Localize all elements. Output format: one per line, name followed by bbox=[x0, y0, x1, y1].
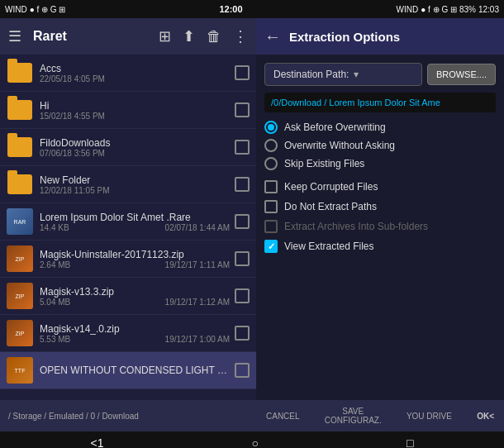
file-checkbox[interactable] bbox=[235, 251, 250, 266]
browse-button[interactable]: BROWSE.... bbox=[427, 64, 496, 85]
file-date: 19/12/17 1:12 AM bbox=[165, 298, 230, 307]
file-checkbox[interactable] bbox=[235, 140, 250, 155]
checkbox-view-extracted-label: View Extracted Files bbox=[284, 241, 374, 252]
path-text: / Storage / Emulated / 0 / Download bbox=[8, 412, 139, 421]
overwrite-options-group: Ask Before Overwriting Overwrite Without… bbox=[264, 121, 496, 170]
nav-bar: <1 ○ □ bbox=[0, 431, 504, 448]
file-meta: 12/02/18 11:05 PM bbox=[40, 186, 230, 195]
grid-view-icon[interactable]: ⊞ bbox=[159, 27, 171, 45]
file-checkbox[interactable] bbox=[235, 177, 250, 192]
checkbox-no-paths-label: Do Not Extract Paths bbox=[284, 201, 377, 212]
file-checkbox[interactable] bbox=[235, 214, 250, 229]
left-toolbar: ☰ Raret ⊞ ⬆ 🗑 ⋮ bbox=[0, 18, 256, 55]
file-size: 5.04 MB bbox=[40, 298, 70, 307]
radio-overwrite-label: Overwrite Without Asking bbox=[284, 140, 395, 151]
list-item[interactable]: TTF OPEN WITHOUT CONDENSED LIGHT FONT BY bbox=[0, 352, 256, 389]
status-app-right: WIND bbox=[397, 5, 419, 14]
more-icon[interactable]: ⋮ bbox=[233, 27, 248, 45]
checkbox-corrupted-label: Keep Corrupted Files bbox=[284, 181, 378, 193]
cancel-label: CANCEL bbox=[266, 412, 300, 421]
extraction-content: Destination Path: ▾ BROWSE.... /0/Downlo… bbox=[256, 55, 504, 400]
ok-button[interactable]: OK< bbox=[472, 408, 499, 424]
file-checkbox[interactable] bbox=[235, 288, 250, 303]
list-item[interactable]: New Folder 12/02/18 11:05 PM bbox=[0, 166, 256, 203]
file-meta: 22/05/18 4:05 PM bbox=[40, 74, 230, 83]
file-size: 2.64 MB bbox=[40, 260, 70, 269]
folder-icon bbox=[7, 97, 33, 123]
nav-home-button[interactable]: ○ bbox=[235, 435, 275, 448]
list-item[interactable]: FildoDownloads 07/06/18 3:56 PM bbox=[0, 129, 256, 166]
current-path-display: /0/Download / Lorem Ipsum Dolor Sit Ame bbox=[264, 93, 496, 112]
right-toolbar: ← Extraction Options bbox=[256, 18, 504, 55]
file-info: New Folder 12/02/18 11:05 PM bbox=[40, 174, 230, 195]
file-list[interactable]: Accs 22/05/18 4:05 PM Hi 15/02/18 4:55 P… bbox=[0, 55, 256, 400]
folder-icon bbox=[7, 171, 33, 198]
bottom-bar: / Storage / Emulated / 0 / Download CANC… bbox=[0, 400, 504, 431]
file-date: 19/12/17 1:11 AM bbox=[165, 260, 230, 269]
upload-icon[interactable]: ⬆ bbox=[183, 27, 195, 45]
list-item[interactable]: ZIP Magisk-Uninstaller-20171123.zip 2.64… bbox=[0, 241, 256, 278]
status-icons-left: ● f ⊕ G ⊞ bbox=[30, 5, 66, 14]
file-checkbox[interactable] bbox=[235, 363, 250, 378]
chevron-down-icon: ▾ bbox=[354, 69, 359, 80]
file-name: FildoDownloads bbox=[40, 137, 230, 149]
zip-file-icon: ZIP bbox=[7, 320, 33, 346]
checkbox-options-group: Keep Corrupted Files Do Not Extract Path… bbox=[264, 180, 496, 253]
file-meta: 14.4 KB 02/07/18 1:44 AM bbox=[40, 223, 230, 232]
file-name: Accs bbox=[40, 63, 230, 74]
file-info: FildoDownloads 07/06/18 3:56 PM bbox=[40, 137, 230, 158]
back-button[interactable]: ← bbox=[264, 27, 281, 46]
you-drive-button[interactable]: YOU DRIVE bbox=[402, 408, 457, 424]
menu-icon[interactable]: ☰ bbox=[8, 27, 21, 45]
file-info: Magisk-v13.3.zip 5.04 MB 19/12/17 1:12 A… bbox=[40, 286, 230, 307]
destination-path-button[interactable]: Destination Path: ▾ bbox=[264, 63, 422, 86]
radio-item-ask[interactable]: Ask Before Overwriting bbox=[264, 121, 496, 134]
cancel-button[interactable]: CANCEL bbox=[261, 408, 305, 424]
file-checkbox[interactable] bbox=[235, 102, 250, 117]
list-item[interactable]: ZIP Magisk-v13.3.zip 5.04 MB 19/12/17 1:… bbox=[0, 278, 256, 315]
delete-icon[interactable]: 🗑 bbox=[207, 28, 221, 45]
status-time-left: 12:00 bbox=[219, 4, 242, 14]
save-label: SAVE bbox=[325, 407, 382, 416]
file-info: Magisk-Uninstaller-20171123.zip 2.64 MB … bbox=[40, 249, 230, 269]
nav-recent-button[interactable]: □ bbox=[390, 435, 430, 448]
file-date: 07/06/18 3:56 PM bbox=[40, 149, 105, 158]
status-right: WIND ● f ⊕ G ⊞ 83% 12:03 bbox=[397, 5, 499, 14]
file-meta: 15/02/18 4:55 PM bbox=[40, 112, 230, 121]
zip-file-icon: ZIP bbox=[7, 245, 33, 272]
radio-skip-label: Skip Existing Files bbox=[284, 158, 364, 169]
file-name: Magisk-v14_.0.zip bbox=[40, 323, 230, 335]
list-item[interactable]: Hi 15/02/18 4:55 PM bbox=[0, 92, 256, 129]
file-size: 5.53 MB bbox=[40, 335, 70, 344]
checkbox-item-view-extracted[interactable]: View Extracted Files bbox=[264, 240, 496, 253]
destination-path-row: Destination Path: ▾ BROWSE.... bbox=[264, 63, 496, 86]
main-container: ☰ Raret ⊞ ⬆ 🗑 ⋮ Accs 22/05/18 4:05 PM bbox=[0, 18, 504, 400]
folder-icon bbox=[7, 134, 33, 160]
status-time-right: 12:03 bbox=[478, 5, 499, 14]
status-left: WIND ● f ⊕ G ⊞ bbox=[5, 5, 65, 14]
file-name: OPEN WITHOUT CONDENSED LIGHT FONT BY bbox=[40, 365, 230, 376]
file-date: 19/12/17 1:00 AM bbox=[165, 335, 230, 344]
radio-item-overwrite[interactable]: Overwrite Without Asking bbox=[264, 139, 496, 152]
checkbox-sub-folders-label: Extract Archives Into Sub-folders bbox=[284, 221, 428, 232]
checkbox-no-paths-indicator bbox=[264, 200, 278, 213]
checkbox-item-corrupted[interactable]: Keep Corrupted Files bbox=[264, 180, 496, 193]
file-info: Magisk-v14_.0.zip 5.53 MB 19/12/17 1:00 … bbox=[40, 323, 230, 344]
list-item[interactable]: ZIP Magisk-v14_.0.zip 5.53 MB 19/12/17 1… bbox=[0, 315, 256, 352]
checkbox-corrupted-indicator bbox=[264, 180, 278, 193]
radio-item-skip[interactable]: Skip Existing Files bbox=[264, 157, 496, 170]
file-checkbox[interactable] bbox=[235, 65, 250, 80]
checkbox-item-no-paths[interactable]: Do Not Extract Paths bbox=[264, 200, 496, 213]
radio-ask-indicator bbox=[264, 121, 278, 134]
nav-back-button[interactable]: <1 bbox=[74, 435, 121, 448]
file-checkbox[interactable] bbox=[235, 326, 250, 341]
file-name: Magisk-Uninstaller-20171123.zip bbox=[40, 249, 230, 260]
destination-path-label: Destination Path: bbox=[273, 69, 349, 80]
configuraz-label: CONFIGURAZ. bbox=[325, 416, 382, 425]
list-item[interactable]: RAR Lorem Ipsum Dolor Sit Amet .Rare 14.… bbox=[0, 203, 256, 241]
file-name: New Folder bbox=[40, 174, 230, 186]
file-meta: 5.53 MB 19/12/17 1:00 AM bbox=[40, 335, 230, 344]
save-configuraz-button[interactable]: SAVE CONFIGURAZ. bbox=[320, 403, 387, 428]
radio-ask-label: Ask Before Overwriting bbox=[284, 122, 386, 133]
list-item[interactable]: Accs 22/05/18 4:05 PM bbox=[0, 55, 256, 92]
